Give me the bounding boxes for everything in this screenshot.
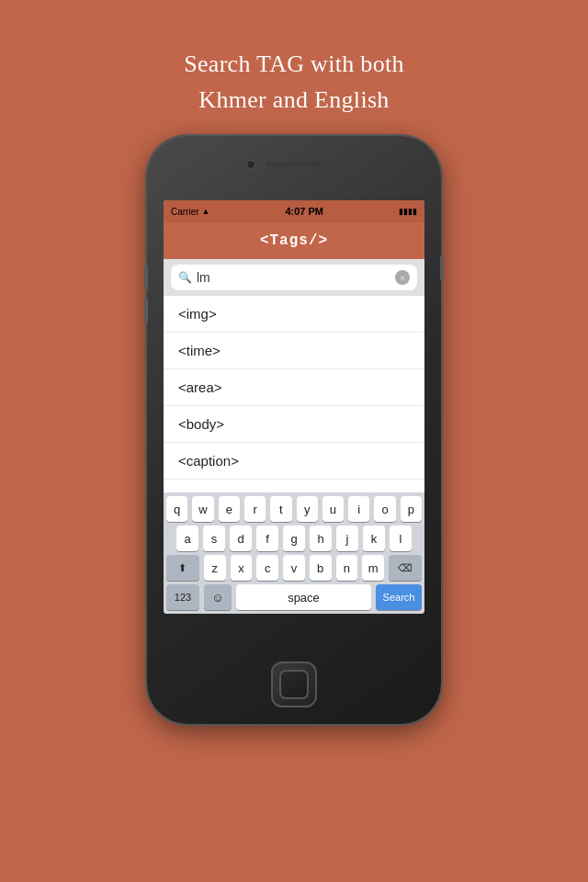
key-f[interactable]: f (256, 526, 278, 551)
clear-icon: × (400, 273, 405, 283)
tag-text: <body> (178, 416, 224, 432)
volume-up-button[interactable] (144, 265, 148, 290)
status-bar: Carrier ▲ 4:07 PM ▮▮▮▮ (164, 200, 424, 222)
key-p[interactable]: p (401, 496, 422, 522)
search-input[interactable]: lm (197, 270, 390, 285)
search-clear-button[interactable]: × (395, 270, 410, 285)
key-g[interactable]: g (283, 526, 305, 551)
key-e[interactable]: e (219, 496, 240, 522)
search-icon: 🔍 (178, 271, 192, 285)
heading-line2: Khmer and English (198, 86, 389, 113)
key-u[interactable]: u (322, 496, 344, 522)
key-c[interactable]: c (256, 555, 278, 581)
search-input-box[interactable]: 🔍 lm × (171, 265, 417, 290)
key-x[interactable]: x (231, 555, 253, 581)
emoji-key[interactable]: ☺ (204, 584, 232, 610)
backspace-key[interactable]: ⌫ (389, 555, 422, 581)
tag-text: <caption> (178, 453, 239, 469)
screen-content: Carrier ▲ 4:07 PM ▮▮▮▮ <Tags/> 🔍 lm × (164, 200, 424, 614)
list-item[interactable]: <area> (164, 369, 424, 406)
key-r[interactable]: r (244, 496, 266, 522)
key-j[interactable]: j (336, 526, 358, 551)
navigation-bar: <Tags/> (164, 222, 424, 259)
phone-speaker (266, 162, 322, 167)
home-button[interactable] (271, 662, 317, 707)
keyboard-row-1: q w e r t y u i o p (164, 492, 424, 522)
page-heading: Search TAG with both Khmer and English (184, 46, 404, 118)
carrier-info: Carrier ▲ (171, 207, 209, 217)
home-button-inner (279, 670, 309, 699)
key-l[interactable]: l (390, 526, 412, 551)
phone-camera (246, 160, 255, 169)
key-w[interactable]: w (192, 496, 213, 522)
shift-key[interactable]: ⬆ (166, 555, 199, 581)
phone-mockup: Carrier ▲ 4:07 PM ▮▮▮▮ <Tags/> 🔍 lm × (147, 136, 441, 724)
power-button[interactable] (440, 255, 444, 281)
search-bar: 🔍 lm × (164, 259, 424, 296)
numbers-key[interactable]: 123 (166, 584, 199, 610)
volume-down-button[interactable] (144, 298, 148, 323)
key-t[interactable]: t (270, 496, 291, 522)
keyboard-bottom-row: 123 ☺ space Search (164, 581, 424, 610)
keyboard: q w e r t y u i o p a s d f g (164, 492, 424, 614)
tag-text: <time> (178, 343, 220, 358)
list-item[interactable]: <time> (164, 333, 424, 369)
tag-text: <area> (178, 379, 222, 395)
phone-screen: Carrier ▲ 4:07 PM ▮▮▮▮ <Tags/> 🔍 lm × (164, 200, 424, 614)
list-item[interactable]: <body> (164, 406, 424, 443)
keyboard-row-3: ⬆ z x c v b n m ⌫ (164, 551, 424, 581)
key-m[interactable]: m (362, 555, 384, 581)
key-q[interactable]: q (166, 496, 187, 522)
key-k[interactable]: k (363, 526, 385, 551)
status-time: 4:07 PM (285, 206, 323, 217)
search-key[interactable]: Search (376, 584, 422, 610)
key-a[interactable]: a (176, 526, 198, 551)
list-item[interactable]: <caption> (164, 443, 424, 480)
battery-indicator: ▮▮▮▮ (399, 207, 417, 216)
key-d[interactable]: d (230, 526, 252, 551)
key-n[interactable]: n (336, 555, 358, 581)
key-h[interactable]: h (310, 526, 332, 551)
list-item[interactable]: <img> (164, 296, 424, 333)
key-o[interactable]: o (374, 496, 395, 522)
tag-text: <img> (178, 306, 217, 322)
carrier-label: Carrier (171, 207, 199, 217)
wifi-icon: ▲ (202, 207, 210, 216)
key-i[interactable]: i (348, 496, 369, 522)
key-b[interactable]: b (310, 555, 332, 581)
keyboard-row-2: a s d f g h j k l (164, 522, 424, 551)
key-y[interactable]: y (297, 496, 318, 522)
key-s[interactable]: s (203, 526, 225, 551)
key-z[interactable]: z (204, 555, 226, 581)
space-key[interactable]: space (236, 584, 371, 610)
heading-line1: Search TAG with both (184, 51, 404, 77)
nav-title: <Tags/> (260, 232, 328, 249)
key-v[interactable]: v (283, 555, 305, 581)
